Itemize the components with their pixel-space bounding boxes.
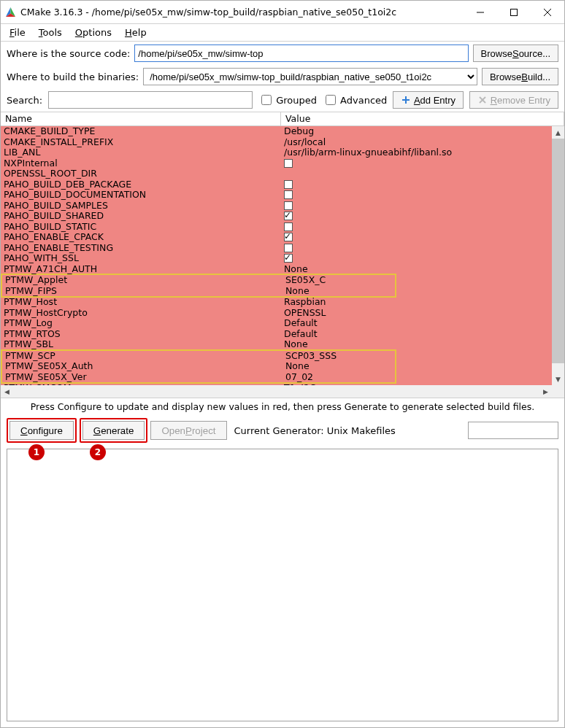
table-row[interactable]: PTMW_Applet SE05X_C <box>2 275 395 286</box>
scroll-thumb-v[interactable] <box>552 139 564 363</box>
entry-name: PAHO_BUILD_STATIC <box>1 222 281 233</box>
checkbox-PAHO_ENABLE_TESTING[interactable] <box>284 244 293 252</box>
advanced-checkbox[interactable]: Advanced <box>323 93 387 107</box>
app-icon <box>5 7 16 18</box>
add-entry-button[interactable]: Add Entry <box>393 91 464 109</box>
build-combo[interactable]: /home/pi/se05x_mw/simw-top_build/raspbia… <box>143 68 477 85</box>
entry-name: PTMW_FIPS <box>2 286 282 297</box>
entry-name: PAHO_ENABLE_CPACK <box>1 232 281 243</box>
list-header: Name Value <box>1 112 564 126</box>
table-row[interactable]: PTMW_A71CH_AUTH None <box>1 264 552 275</box>
entry-name: PTMW_A71CH_AUTH <box>1 264 281 275</box>
table-row[interactable]: PTMW_SE05X_Auth None <box>2 361 395 372</box>
table-row[interactable]: PAHO_BUILD_STATIC <box>1 222 552 233</box>
entry-name: PTMW_RTOS <box>1 329 281 340</box>
table-row[interactable]: PAHO_BUILD_DOCUMENTATION <box>1 190 552 201</box>
checkbox-PAHO_BUILD_SHARED[interactable] <box>284 212 293 220</box>
column-value[interactable]: Value <box>281 112 564 125</box>
scroll-left-icon[interactable]: ◀ <box>1 385 13 398</box>
table-row[interactable]: PTMW_RTOS Default <box>1 329 552 340</box>
table-row[interactable]: CMAKE_INSTALL_PREFIX /usr/local <box>1 137 552 148</box>
value-PTMW_SCP: SCP03_SSS <box>285 351 337 361</box>
table-row[interactable]: PTMW_SBL None <box>1 339 552 350</box>
menu-file[interactable]: File <box>4 26 31 39</box>
button-row: Configure Generate Open Project Current … <box>1 415 564 446</box>
scroll-down-icon[interactable]: ▼ <box>552 373 564 385</box>
entry-name: CMAKE_INSTALL_PREFIX <box>1 137 281 148</box>
value-CMAKE_BUILD_TYPE: Debug <box>284 126 314 136</box>
entry-name: PAHO_BUILD_SAMPLES <box>1 201 281 212</box>
scroll-right-icon[interactable]: ▶ <box>539 385 552 398</box>
svg-rect-4 <box>511 9 518 15</box>
table-row[interactable]: PTMW_SE05X_Ver 07_02 <box>2 372 395 383</box>
table-row[interactable]: PTMW_SCP SCP03_SSS <box>2 351 395 362</box>
grouped-checkbox[interactable]: Grouped <box>258 93 317 107</box>
value-PTMW_HostCrypto: OPENSSL <box>284 308 326 318</box>
table-row[interactable]: PAHO_ENABLE_CPACK <box>1 232 552 243</box>
cache-list: CMAKE_BUILD_TYPE Debug CMAKE_INSTALL_PRE… <box>1 126 564 398</box>
badge-1: 1 <box>28 444 45 460</box>
checkbox-PAHO_BUILD_SAMPLES[interactable] <box>284 201 293 210</box>
table-row[interactable]: LIB_ANL /usr/lib/arm-linux-gnueabihf/lib… <box>1 147 552 158</box>
generator-extra-input[interactable] <box>468 422 558 439</box>
source-row: Where is the source code: Browse Source.… <box>1 42 564 65</box>
checkbox-PAHO_WITH_SSL[interactable] <box>284 254 293 263</box>
vertical-scrollbar[interactable]: ▲ ▼ <box>552 126 564 385</box>
value-PTMW_A71CH_AUTH: None <box>284 264 308 274</box>
browse-build-button[interactable]: Browse Build... <box>482 68 558 85</box>
checkbox-PAHO_BUILD_DOCUMENTATION[interactable] <box>284 190 293 199</box>
table-row[interactable]: CMAKE_BUILD_TYPE Debug <box>1 126 552 137</box>
checkbox-PAHO_ENABLE_CPACK[interactable] <box>284 233 293 241</box>
scroll-up-icon[interactable]: ▲ <box>552 126 564 139</box>
value-PTMW_Host: Raspbian <box>284 297 326 307</box>
plus-icon <box>401 95 411 105</box>
menu-options[interactable]: Options <box>69 26 118 39</box>
entry-name: PTMW_HostCrypto <box>1 308 281 319</box>
value-LIB_ANL: /usr/lib/arm-linux-gnueabihf/libanl.so <box>284 147 452 158</box>
table-row[interactable]: PAHO_ENABLE_TESTING <box>1 243 552 254</box>
titlebar: CMake 3.16.3 - /home/pi/se05x_mw/simw-to… <box>1 1 564 24</box>
entry-name: CMAKE_BUILD_TYPE <box>1 126 281 137</box>
checkbox-PAHO_BUILD_STATIC[interactable] <box>284 222 293 231</box>
menu-tools[interactable]: Tools <box>33 26 68 39</box>
checkbox-PAHO_BUILD_DEB_PACKAGE[interactable] <box>284 180 293 189</box>
browse-source-button[interactable]: Browse Source... <box>473 44 558 62</box>
table-row[interactable]: PAHO_BUILD_SHARED <box>1 211 552 222</box>
value-PTMW_RTOS: Default <box>284 329 318 339</box>
table-row[interactable]: PTMW_Log Default <box>1 318 552 329</box>
table-row[interactable]: OPENSSL_ROOT_DIR <box>1 169 552 179</box>
table-row[interactable]: PTMW_Host Raspbian <box>1 297 552 308</box>
entry-name: PTMW_Applet <box>2 275 282 286</box>
table-row[interactable]: PTMW_FIPS None <box>2 286 395 297</box>
table-row[interactable]: PTMW_HostCrypto OPENSSL <box>1 308 552 319</box>
window-title: CMake 3.16.3 - /home/pi/se05x_mw/simw-to… <box>1 7 464 18</box>
menu-help[interactable]: Help <box>119 26 153 39</box>
generate-button[interactable]: Generate <box>82 421 145 440</box>
value-CMAKE_INSTALL_PREFIX: /usr/local <box>284 137 326 147</box>
entry-name: PAHO_BUILD_SHARED <box>1 211 281 222</box>
horizontal-scrollbar[interactable]: ◀ ▶ <box>1 385 552 398</box>
table-row[interactable]: NXPInternal <box>1 158 552 169</box>
column-name[interactable]: Name <box>1 112 281 125</box>
value-PTMW_FIPS: None <box>285 286 310 296</box>
checkbox-NXPInternal[interactable] <box>284 159 293 168</box>
build-label: Where to build the binaries: <box>7 71 139 82</box>
configure-button[interactable]: Configure <box>9 421 74 440</box>
search-input[interactable] <box>48 91 253 109</box>
entry-name: LIB_ANL <box>1 147 281 158</box>
source-input[interactable] <box>135 45 467 61</box>
table-row[interactable]: PAHO_BUILD_DEB_PACKAGE <box>1 179 552 190</box>
entry-name: PTMW_Host <box>1 297 281 308</box>
output-panel[interactable] <box>7 449 558 721</box>
list-body[interactable]: CMAKE_BUILD_TYPE Debug CMAKE_INSTALL_PRE… <box>1 126 552 385</box>
table-row[interactable]: PAHO_BUILD_SAMPLES <box>1 201 552 212</box>
close-button[interactable] <box>531 1 564 24</box>
minimize-button[interactable] <box>464 1 497 24</box>
remove-entry-button[interactable]: Remove Entry <box>469 91 558 109</box>
table-row[interactable]: PAHO_WITH_SSL <box>1 253 552 264</box>
maximize-button[interactable] <box>497 1 531 24</box>
current-generator-text: Current Generator: Unix Makefiles <box>234 425 396 436</box>
source-input-wrapper <box>134 44 468 62</box>
build-row: Where to build the binaries: /home/pi/se… <box>1 65 564 88</box>
open-project-button[interactable]: Open Project <box>150 421 226 440</box>
